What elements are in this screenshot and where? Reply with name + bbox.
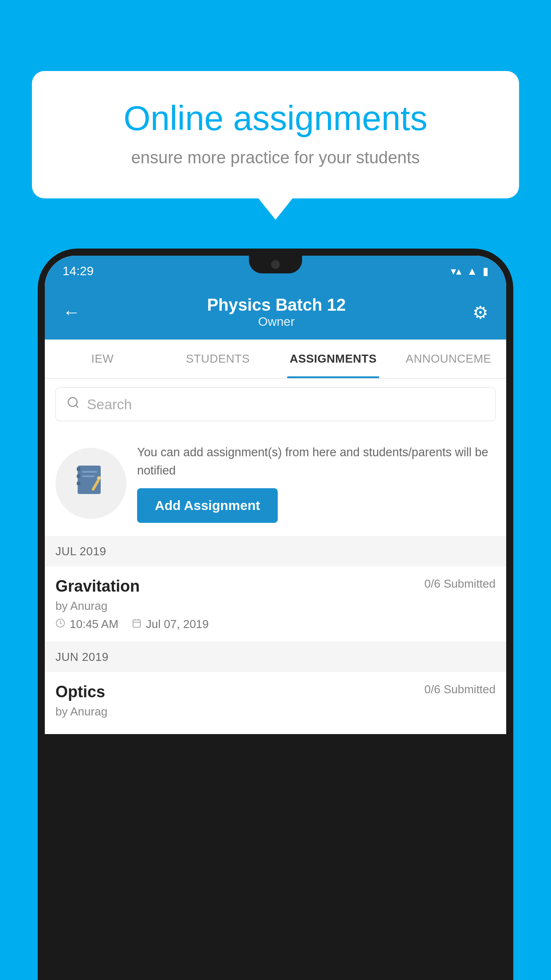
assignment-row1-optics: Optics 0/6 Submitted — [55, 683, 496, 701]
assignment-time-value: 10:45 AM — [70, 617, 118, 631]
phone-screen: 14:29 ▾▴ ▲ ▮ ← Physics Batch 12 Owner ⚙ … — [45, 256, 506, 734]
phone-frame: 14:29 ▾▴ ▲ ▮ ← Physics Batch 12 Owner ⚙ … — [38, 249, 513, 980]
promo-icon-circle — [55, 448, 126, 519]
speech-bubble-container: Online assignments ensure more practice … — [32, 71, 519, 198]
promo-description: You can add assignment(s) from here and … — [137, 443, 496, 479]
assignment-item-optics[interactable]: Optics 0/6 Submitted by Anurag — [45, 672, 506, 734]
tab-students[interactable]: STUDENTS — [160, 340, 276, 378]
notebook-icon — [73, 462, 109, 505]
header-title-group: Physics Batch 12 Owner — [207, 296, 346, 329]
svg-rect-5 — [77, 482, 80, 485]
speech-bubble: Online assignments ensure more practice … — [32, 71, 519, 198]
settings-icon[interactable]: ⚙ — [472, 302, 488, 323]
assignment-row1: Gravitation 0/6 Submitted — [55, 577, 496, 596]
back-button[interactable]: ← — [63, 302, 80, 322]
notch-camera — [271, 260, 280, 269]
promo-text-group: You can add assignment(s) from here and … — [137, 443, 496, 523]
status-bar: 14:29 ▾▴ ▲ ▮ — [45, 256, 506, 287]
svg-rect-7 — [82, 475, 94, 477]
svg-rect-6 — [82, 471, 97, 473]
assignment-name-optics: Optics — [55, 683, 105, 701]
add-assignment-button[interactable]: Add Assignment — [137, 488, 278, 523]
header-subtitle: Owner — [207, 315, 346, 329]
calendar-icon — [132, 618, 142, 631]
search-bar-container: Search — [45, 379, 506, 430]
svg-point-0 — [68, 398, 77, 407]
wifi-icon: ▾▴ — [451, 265, 461, 277]
assignment-meta: 10:45 AM Jul 07, 2019 — [55, 617, 496, 631]
promo-section: You can add assignment(s) from here and … — [45, 430, 506, 537]
tabs-bar: IEW STUDENTS ASSIGNMENTS ANNOUNCEME — [45, 340, 506, 379]
assignment-time: 10:45 AM — [55, 617, 118, 631]
section-header-jun: JUN 2019 — [45, 642, 506, 672]
assignment-date: Jul 07, 2019 — [132, 617, 209, 631]
assignment-item-gravitation[interactable]: Gravitation 0/6 Submitted by Anurag 10:4… — [45, 566, 506, 642]
svg-rect-4 — [77, 474, 80, 478]
signal-icon: ▲ — [467, 265, 477, 277]
tab-announcements[interactable]: ANNOUNCEME — [391, 340, 506, 378]
assignment-status: 0/6 Submitted — [425, 577, 496, 591]
notch — [249, 256, 302, 273]
svg-point-9 — [97, 476, 101, 480]
tab-assignments[interactable]: ASSIGNMENTS — [276, 340, 391, 378]
assignment-status-optics: 0/6 Submitted — [425, 683, 496, 696]
assignment-author: by Anurag — [55, 599, 496, 613]
bubble-title: Online assignments — [67, 98, 484, 139]
assignment-name: Gravitation — [55, 577, 140, 596]
app-header: ← Physics Batch 12 Owner ⚙ — [45, 287, 506, 340]
status-icons: ▾▴ ▲ ▮ — [451, 265, 488, 277]
battery-icon: ▮ — [483, 265, 488, 277]
search-bar[interactable]: Search — [55, 387, 496, 421]
svg-line-1 — [76, 405, 78, 407]
status-time: 14:29 — [63, 264, 94, 278]
search-input-placeholder: Search — [87, 396, 132, 413]
assignment-date-value: Jul 07, 2019 — [146, 617, 209, 631]
tab-iew[interactable]: IEW — [45, 340, 160, 378]
svg-rect-11 — [133, 620, 141, 627]
svg-rect-3 — [77, 467, 80, 471]
section-header-jul: JUL 2019 — [45, 537, 506, 566]
header-title: Physics Batch 12 — [207, 296, 346, 315]
clock-icon — [55, 618, 65, 631]
search-icon — [67, 396, 80, 413]
assignment-author-optics: by Anurag — [55, 705, 496, 719]
bubble-subtitle: ensure more practice for your students — [67, 148, 484, 167]
